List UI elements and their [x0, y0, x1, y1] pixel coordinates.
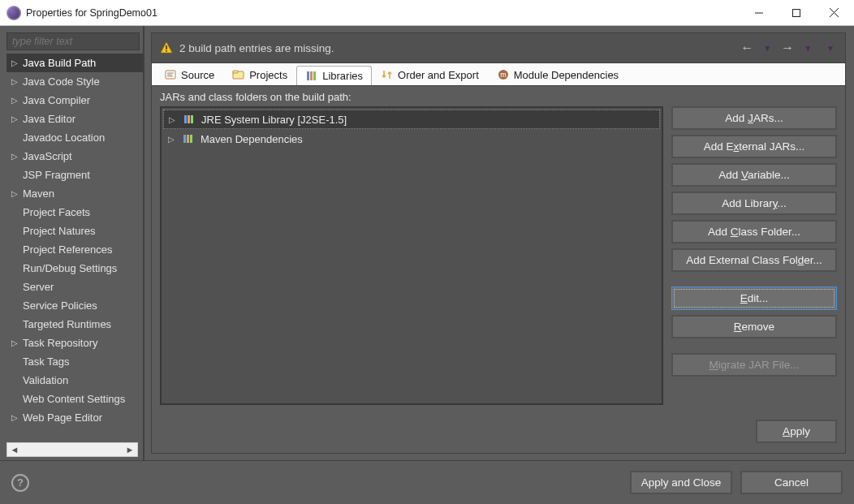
add-library-button[interactable]: Add Library... — [671, 192, 837, 215]
tab-libraries[interactable]: Libraries — [296, 66, 372, 85]
jar-item[interactable]: ▷Maven Dependencies — [163, 129, 660, 149]
tab-projects[interactable]: Projects — [223, 65, 296, 84]
sidebar-item-maven[interactable]: ▷Maven — [6, 184, 143, 203]
sidebar-item-task-tags[interactable]: Task Tags — [6, 352, 143, 371]
jar-tree[interactable]: ▷JRE System Library [J2SE-1.5]▷Maven Dep… — [160, 106, 663, 405]
source-icon — [164, 68, 177, 81]
svg-rect-5 — [166, 45, 167, 50]
scroll-left-icon[interactable]: ◄ — [7, 445, 22, 454]
dialog-footer: ? Apply and Close Cancel — [0, 460, 854, 504]
apply-and-close-button[interactable]: Apply and Close — [630, 471, 732, 494]
tab-bar: SourceProjectsLibrariesOrder and Exportm… — [151, 63, 846, 86]
filter-box — [6, 32, 140, 50]
expand-icon[interactable]: ▷ — [11, 189, 23, 198]
tab-module-dependencies[interactable]: mModule Dependencies — [488, 65, 628, 84]
scroll-right-icon[interactable]: ► — [123, 445, 137, 454]
sidebar-item-project-references[interactable]: Project References — [6, 240, 143, 259]
sidebar-item-label: Run/Debug Settings — [23, 262, 117, 274]
sidebar-item-project-facets[interactable]: Project Facets — [6, 203, 143, 222]
expand-icon[interactable]: ▷ — [11, 58, 23, 67]
expand-icon[interactable]: ▷ — [168, 135, 178, 144]
close-button[interactable] — [815, 0, 852, 25]
tab-order-and-export[interactable]: Order and Export — [372, 65, 488, 84]
add-external-jars-button[interactable]: Add External JARs... — [671, 135, 837, 158]
sidebar-item-web-content-settings[interactable]: Web Content Settings — [6, 390, 143, 408]
warning-banner: 2 build path entries are missing. ← ▼ → … — [151, 32, 846, 63]
apply-button[interactable]: Apply — [756, 420, 837, 443]
sidebar-item-task-repository[interactable]: ▷Task Repository — [6, 334, 143, 352]
back-button[interactable]: ← — [738, 41, 756, 55]
expand-icon[interactable]: ▷ — [11, 413, 23, 422]
sidebar-item-targeted-runtimes[interactable]: Targeted Runtimes — [6, 315, 143, 334]
projects-icon — [232, 68, 245, 81]
svg-rect-20 — [191, 115, 193, 123]
jar-item-label: JRE System Library [J2SE-1.5] — [201, 114, 347, 126]
jar-item[interactable]: ▷JRE System Library [J2SE-1.5] — [163, 110, 660, 129]
order-icon — [381, 68, 394, 81]
expand-icon[interactable]: ▷ — [11, 114, 23, 123]
window-title: Properties for SpringDemo01 — [26, 7, 740, 19]
sidebar-item-web-page-editor[interactable]: ▷Web Page Editor — [6, 408, 143, 427]
expand-icon[interactable]: ▷ — [11, 338, 23, 347]
view-menu-icon[interactable]: ▼ — [824, 44, 837, 53]
panel-label: JARs and class folders on the build path… — [152, 86, 845, 106]
forward-button[interactable]: → — [779, 41, 796, 55]
add-external-class-folder-button[interactable]: Add External Class Folder... — [671, 248, 837, 272]
title-bar: Properties for SpringDemo01 — [0, 0, 854, 26]
sidebar-item-java-editor[interactable]: ▷Java Editor — [6, 110, 143, 128]
minimize-button[interactable] — [740, 0, 778, 25]
remove-button[interactable]: Remove — [671, 315, 837, 338]
sidebar-item-java-code-style[interactable]: ▷Java Code Style — [6, 72, 143, 91]
add-variable-button[interactable]: Add Variable... — [671, 163, 837, 187]
warning-icon — [160, 41, 173, 54]
sidebar-item-label: Task Tags — [23, 355, 70, 368]
svg-rect-12 — [233, 71, 238, 73]
sidebar-item-javadoc-location[interactable]: Javadoc Location — [6, 128, 143, 147]
banner-message: 2 build path entries are missing. — [179, 42, 738, 54]
maximize-button[interactable] — [778, 0, 815, 25]
sidebar-item-label: Maven — [23, 187, 54, 200]
filter-input[interactable] — [6, 32, 140, 50]
sidebar-item-label: Web Page Editor — [23, 411, 102, 424]
svg-rect-23 — [190, 135, 192, 143]
tab-source[interactable]: Source — [155, 65, 223, 84]
sidebar-item-label: Javadoc Location — [23, 131, 105, 144]
sidebar-item-label: Task Repository — [23, 337, 97, 349]
category-tree[interactable]: ▷Java Build Path▷Java Code Style▷Java Co… — [6, 54, 143, 441]
eclipse-icon — [6, 6, 21, 20]
edit-button[interactable]: Edit... — [671, 286, 837, 310]
sidebar-item-server[interactable]: Server — [6, 278, 143, 296]
sidebar-item-java-compiler[interactable]: ▷Java Compiler — [6, 91, 143, 110]
sidebar-item-validation[interactable]: Validation — [6, 371, 143, 390]
sidebar-item-service-policies[interactable]: Service Policies — [6, 296, 143, 315]
sidebar-item-label: Web Content Settings — [23, 393, 125, 405]
expand-icon[interactable]: ▷ — [11, 152, 23, 161]
forward-menu-icon[interactable]: ▼ — [801, 44, 814, 53]
sidebar-item-label: Targeted Runtimes — [23, 318, 111, 330]
svg-rect-6 — [166, 50, 167, 52]
cancel-button[interactable]: Cancel — [740, 471, 843, 494]
back-menu-icon[interactable]: ▼ — [761, 44, 774, 53]
sidebar: ▷Java Build Path▷Java Code Style▷Java Co… — [0, 26, 144, 460]
svg-rect-18 — [184, 115, 187, 123]
sidebar-item-run-debug-settings[interactable]: Run/Debug Settings — [6, 259, 143, 278]
sidebar-hscroll[interactable]: ◄ ► — [6, 442, 138, 457]
help-icon[interactable]: ? — [11, 474, 29, 492]
sidebar-item-project-natures[interactable]: Project Natures — [6, 222, 143, 240]
sidebar-item-label: Validation — [23, 374, 68, 386]
sidebar-item-java-build-path[interactable]: ▷Java Build Path — [6, 54, 143, 72]
svg-rect-13 — [307, 71, 309, 80]
sidebar-item-label: Java Compiler — [23, 94, 90, 106]
sidebar-item-javascript[interactable]: ▷JavaScript — [6, 147, 143, 166]
jar-item-label: Maven Dependencies — [201, 133, 303, 145]
nav-arrows: ← ▼ → ▼ ▼ — [738, 41, 837, 55]
expand-icon[interactable]: ▷ — [169, 115, 179, 124]
expand-icon[interactable]: ▷ — [11, 96, 23, 105]
tab-label: Order and Export — [398, 69, 479, 81]
libraries-panel: JARs and class folders on the build path… — [151, 86, 846, 454]
add-jars-button[interactable]: Add JARs... — [671, 106, 837, 130]
sidebar-item-label: JavaScript — [23, 150, 72, 162]
add-class-folder-button[interactable]: Add Class Folder... — [671, 220, 837, 243]
expand-icon[interactable]: ▷ — [11, 77, 23, 86]
sidebar-item-jsp-fragment[interactable]: JSP Fragment — [6, 166, 143, 184]
